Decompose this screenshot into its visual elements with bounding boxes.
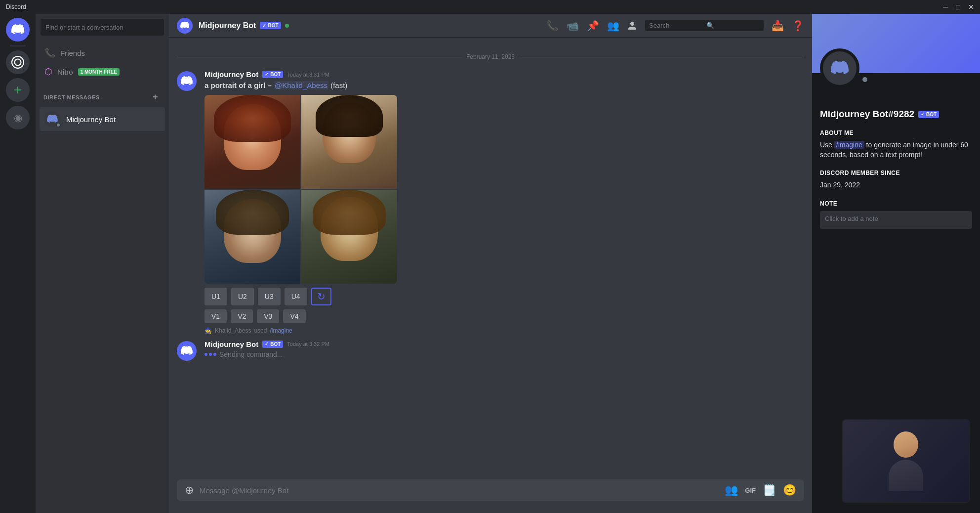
nitro-badge: 1 MONTH FREE bbox=[78, 68, 120, 76]
about-me-section: ABOUT ME Use /imagine to generate an ima… bbox=[820, 129, 972, 160]
channel-avatar bbox=[177, 18, 193, 34]
find-conversation-input[interactable]: Find or start a conversation bbox=[41, 19, 164, 36]
message-content: Midjourney Bot ✓ BOT Today at 3:31 PM a … bbox=[204, 70, 804, 323]
add-people-icon[interactable]: 👥 bbox=[725, 484, 738, 497]
search-messages-input[interactable]: Search 🔍 bbox=[645, 20, 764, 31]
profile-status-indicator bbox=[860, 75, 869, 84]
status-indicator bbox=[56, 123, 61, 128]
person-head bbox=[894, 431, 918, 458]
variation-3-button[interactable]: V3 bbox=[257, 309, 279, 323]
sending-message-header: Midjourney Bot ✓BOT Today at 3:32 PM bbox=[204, 340, 804, 348]
new-dm-button[interactable]: + bbox=[150, 91, 161, 103]
maximize-btn[interactable]: □ bbox=[956, 3, 960, 11]
profile-bot-badge: ✓BOT bbox=[918, 111, 939, 118]
sending-timestamp: Today at 3:32 PM bbox=[287, 341, 329, 347]
sticker-button[interactable]: 🗒️ bbox=[763, 484, 776, 497]
dm-sidebar: Find or start a conversation 📞 Friends ⬡… bbox=[36, 14, 169, 513]
sending-author: Midjourney Bot bbox=[204, 340, 258, 348]
add-attachment-button[interactable]: ⊕ bbox=[185, 484, 194, 497]
image-cell-1[interactable] bbox=[204, 95, 300, 189]
sending-bot-badge: ✓BOT bbox=[262, 341, 283, 348]
person-body bbox=[889, 460, 923, 491]
sending-command-text: Sending command... bbox=[204, 350, 804, 358]
member-since-title: DISCORD MEMBER SINCE bbox=[820, 170, 972, 176]
server-ai-icon[interactable] bbox=[6, 50, 30, 74]
search-icon: 🔍 bbox=[706, 22, 760, 29]
dm-nav-section: 📞 Friends ⬡ Nitro 1 MONTH FREE bbox=[36, 38, 169, 83]
upscale-2-button[interactable]: U2 bbox=[231, 288, 254, 305]
message-input[interactable]: Message @Midjourney Bot bbox=[200, 486, 719, 495]
add-server-button[interactable]: + bbox=[6, 78, 30, 102]
portrait-1 bbox=[204, 95, 300, 189]
inbox-button[interactable]: 📥 bbox=[772, 20, 784, 32]
message-input-icons: 👥 GIF 🗒️ 😊 bbox=[725, 484, 796, 497]
upscale-4-button[interactable]: U4 bbox=[285, 288, 307, 305]
user-mention: @Khalid_Abess bbox=[274, 81, 328, 89]
author-bot-badge: ✓ BOT bbox=[262, 71, 283, 78]
channel-area: Midjourney Bot ✓ BOT 📞 📹 📌 👥 Se bbox=[169, 14, 812, 513]
minimize-btn[interactable]: ─ bbox=[943, 3, 948, 11]
titlebar-controls: ─ □ ✕ bbox=[943, 3, 974, 11]
variation-1-button[interactable]: V1 bbox=[204, 309, 227, 323]
about-me-text: Use /imagine to generate an image in und… bbox=[820, 140, 972, 160]
start-voice-call-button[interactable]: 📞 bbox=[546, 20, 559, 32]
profile-avatar-area bbox=[812, 73, 980, 103]
profile-avatar bbox=[820, 48, 859, 88]
variation-2-button[interactable]: V2 bbox=[231, 309, 253, 323]
message-timestamp: Today at 3:31 PM bbox=[287, 72, 329, 78]
app-container: + ◉ Find or start a conversation 📞 Frien… bbox=[0, 14, 980, 513]
person-in-video bbox=[886, 431, 926, 491]
message-avatar bbox=[177, 71, 197, 91]
sidebar-divider bbox=[10, 45, 26, 46]
sending-message-content: Midjourney Bot ✓BOT Today at 3:32 PM Sen… bbox=[204, 340, 804, 361]
add-friends-to-dm-button[interactable]: 👥 bbox=[607, 20, 619, 32]
channel-header: Midjourney Bot ✓ BOT 📞 📹 📌 👥 Se bbox=[169, 14, 812, 38]
profile-name: Midjourney Bot#9282 ✓BOT bbox=[820, 109, 972, 120]
note-title: NOTE bbox=[820, 200, 972, 207]
message-input-area: ⊕ Message @Midjourney Bot 👥 GIF 🗒️ 😊 bbox=[169, 479, 812, 513]
app-title: Discord bbox=[6, 3, 26, 10]
dm-item-midjourney[interactable]: Midjourney Bot bbox=[40, 107, 165, 131]
portrait-4 bbox=[301, 190, 397, 284]
command-link[interactable]: /imagine bbox=[270, 327, 292, 334]
header-actions: 📞 📹 📌 👥 Search 🔍 📥 ❓ bbox=[546, 20, 804, 32]
command-notice: 🧙 Khalid_Abess used /imagine bbox=[169, 325, 812, 336]
sending-message: Midjourney Bot ✓BOT Today at 3:32 PM Sen… bbox=[169, 338, 812, 363]
midjourney-avatar bbox=[44, 111, 60, 127]
note-input[interactable]: Click to add a note bbox=[820, 211, 972, 229]
upscale-buttons-row: U1 U2 U3 U4 ↻ bbox=[204, 288, 804, 305]
emoji-button[interactable]: 😊 bbox=[783, 484, 796, 497]
image-cell-2[interactable] bbox=[301, 95, 397, 189]
nitro-nav-item[interactable]: ⬡ Nitro 1 MONTH FREE bbox=[40, 62, 165, 81]
message-text: a portrait of a girl – @Khalid_Abess (fa… bbox=[204, 81, 804, 91]
home-button[interactable] bbox=[6, 18, 30, 42]
dm-name-midjourney: Midjourney Bot bbox=[66, 115, 116, 124]
upscale-3-button[interactable]: U3 bbox=[258, 288, 281, 305]
command-notice-user: Khalid_Abess bbox=[215, 327, 251, 334]
member-since-date: Jan 29, 2022 bbox=[820, 180, 972, 190]
image-cell-3[interactable] bbox=[204, 190, 300, 284]
video-call-thumbnail bbox=[842, 419, 970, 503]
member-since-section: DISCORD MEMBER SINCE Jan 29, 2022 bbox=[820, 170, 972, 190]
help-button[interactable]: ❓ bbox=[792, 20, 804, 32]
generated-image-grid bbox=[204, 95, 397, 284]
members-list-button[interactable] bbox=[627, 21, 637, 31]
discover-servers-button[interactable]: ◉ bbox=[6, 106, 30, 129]
titlebar: Discord ─ □ ✕ bbox=[0, 0, 980, 14]
image-cell-4[interactable] bbox=[301, 190, 397, 284]
direct-messages-header: DIRECT MESSAGES + bbox=[36, 83, 169, 105]
portrait-2 bbox=[301, 95, 397, 189]
video-content bbox=[843, 420, 969, 502]
upscale-1-button[interactable]: U1 bbox=[204, 288, 227, 305]
close-btn[interactable]: ✕ bbox=[968, 3, 974, 11]
pin-messages-button[interactable]: 📌 bbox=[587, 20, 599, 32]
sending-message-avatar bbox=[177, 341, 197, 361]
slash-command: /imagine bbox=[834, 141, 864, 149]
variation-4-button[interactable]: V4 bbox=[283, 309, 305, 323]
refresh-button[interactable]: ↻ bbox=[311, 288, 331, 305]
variation-buttons-row: V1 V2 V3 V4 bbox=[204, 309, 804, 323]
start-video-call-button[interactable]: 📹 bbox=[567, 20, 579, 32]
channel-name: Midjourney Bot ✓ BOT bbox=[199, 21, 289, 30]
gif-button[interactable]: GIF bbox=[745, 487, 756, 494]
friends-nav-item[interactable]: 📞 Friends bbox=[40, 43, 165, 62]
